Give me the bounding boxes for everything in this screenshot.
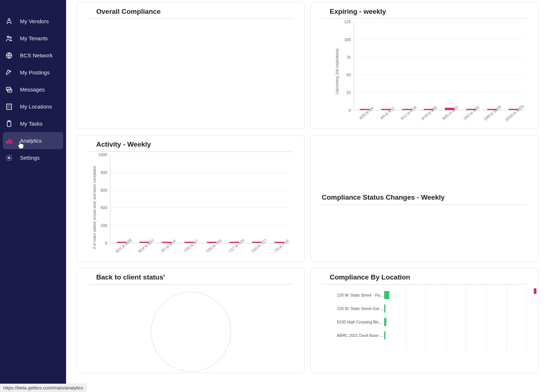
divider <box>322 204 527 205</box>
location-label: 120 W. State Street - Parkin… <box>337 293 384 297</box>
location-row: 120 W. State Street - Parkin… <box>337 288 527 302</box>
sidebar-item-label: BCS Network <box>20 52 53 58</box>
y-tick: 600 <box>101 188 107 192</box>
card-title: Compliance By Location <box>322 273 527 284</box>
sidebar-item-my-tasks[interactable]: My Tasks <box>0 115 66 132</box>
sidebar-item-label: My Tasks <box>20 121 42 127</box>
tenants-icon <box>5 35 13 42</box>
analytics-icon <box>5 137 13 144</box>
svg-point-12 <box>8 157 10 159</box>
y-tick: 0 <box>349 108 351 113</box>
card-title: Compliance Status Changes - Weekly <box>322 193 527 204</box>
x-axis: 8/21 to 8/28 8/14 to 8/21 8/7 to 8/14 7/… <box>110 243 290 257</box>
y-tick: 50 <box>346 73 351 77</box>
divider <box>88 19 293 19</box>
gear-icon <box>5 154 13 162</box>
pie-chart-placeholder <box>151 292 231 372</box>
card-compliance-by-location: Compliance By Location 120 W. State Stre… <box>310 268 538 373</box>
main-content: Overall Compliance Expiring - weekly Upc… <box>66 0 549 392</box>
scrollbar-thumb[interactable] <box>534 288 536 294</box>
sidebar-item-analytics[interactable]: Analytics <box>3 132 63 149</box>
y-tick: 400 <box>101 205 107 210</box>
card-expiring-weekly: Expiring - weekly Upcoming Job expiratio… <box>310 2 538 129</box>
sidebar-item-messages[interactable]: Messages <box>0 81 66 98</box>
sidebar-item-bcs-network[interactable]: BCS Network <box>0 47 66 64</box>
y-axis: 125 100 75 50 25 0 <box>339 22 352 110</box>
divider <box>322 284 527 285</box>
location-row: ABRC 2021 Davit Base Repl… <box>337 328 527 342</box>
sidebar-item-my-postings[interactable]: My Postings <box>0 64 66 81</box>
sidebar-item-label: My Locations <box>20 103 52 110</box>
location-row: 120 W. State Street Garage … <box>337 302 527 315</box>
y-tick: 200 <box>101 223 107 228</box>
sidebar-item-my-vendors[interactable]: My Vendors <box>0 13 66 30</box>
bar <box>384 318 386 326</box>
expiring-chart: Upcoming Job expirations 125 100 75 50 2… <box>322 22 527 124</box>
card-title: Overall Compliance <box>88 8 293 19</box>
sidebar-item-my-tenants[interactable]: My Tenants <box>0 30 66 47</box>
activity-chart: # of notes added, emails sent, and tasks… <box>88 155 293 257</box>
bar <box>384 305 385 313</box>
messages-icon <box>5 86 13 93</box>
sidebar-item-label: My Tenants <box>20 35 48 41</box>
svg-rect-6 <box>7 104 11 109</box>
plot-area <box>110 155 290 243</box>
sidebar-item-label: My Postings <box>20 69 50 75</box>
people-icon <box>5 18 13 25</box>
locations-icon <box>5 103 13 110</box>
bar <box>384 291 389 299</box>
x-axis: 8/28 to 9/4 9/4 to 9/11 9/11 to 9/18 9/1… <box>354 110 524 124</box>
y-tick: 100 <box>344 37 351 42</box>
divider <box>88 151 293 152</box>
card-activity-weekly: Activity - Weekly # of notes added, emai… <box>77 135 305 262</box>
sidebar-item-label: Analytics <box>20 138 42 144</box>
location-label: 5235 High Crossing Blvd Sh… <box>337 320 384 324</box>
y-tick: 25 <box>346 90 351 95</box>
card-compliance-status-changes: Compliance Status Changes - Weekly <box>310 135 538 262</box>
sidebar-item-label: My Vendors <box>20 18 49 24</box>
y-tick: 75 <box>346 55 351 60</box>
sidebar: My Vendors My Tenants BCS Network My Pos… <box>0 0 66 392</box>
location-chart: 120 W. State Street - Parkin… 120 W. Sta… <box>337 288 527 342</box>
card-title: Activity - Weekly <box>88 140 293 151</box>
location-row: 5235 High Crossing Blvd Sh… <box>337 315 527 328</box>
svg-point-2 <box>10 37 11 38</box>
y-axis-label: Upcoming Job expirations <box>335 48 339 94</box>
svg-rect-10 <box>8 139 9 144</box>
sidebar-item-my-locations[interactable]: My Locations <box>0 98 66 115</box>
tasks-icon <box>5 120 13 127</box>
postings-icon <box>5 69 13 76</box>
sidebar-item-label: Messages <box>20 86 45 93</box>
y-tick: 1000 <box>98 152 107 157</box>
y-axis: 1000 800 600 400 200 0 <box>95 155 109 243</box>
sidebar-item-settings[interactable]: Settings <box>0 149 66 166</box>
card-overall-compliance: Overall Compliance <box>77 2 305 129</box>
card-title: Expiring - weekly <box>322 8 527 19</box>
card-back-to-client-status: Back to client status' <box>77 268 305 373</box>
y-tick: 0 <box>105 241 107 245</box>
divider <box>88 284 293 285</box>
svg-point-0 <box>8 19 10 20</box>
divider <box>322 19 527 19</box>
status-bar-url: https://beta.getbcs.com/main/analytics <box>0 384 86 392</box>
bar <box>384 331 385 339</box>
card-title: Back to client status' <box>88 273 293 284</box>
y-tick: 800 <box>101 170 107 175</box>
y-tick: 125 <box>344 20 351 24</box>
network-icon <box>5 52 13 59</box>
plot-area <box>354 22 524 110</box>
sidebar-item-label: Settings <box>20 155 40 161</box>
svg-rect-11 <box>11 140 12 143</box>
svg-point-1 <box>7 36 9 38</box>
svg-rect-9 <box>7 141 8 144</box>
location-label: 120 W. State Street Garage … <box>337 306 384 311</box>
location-label: ABRC 2021 Davit Base Repl… <box>337 333 384 338</box>
